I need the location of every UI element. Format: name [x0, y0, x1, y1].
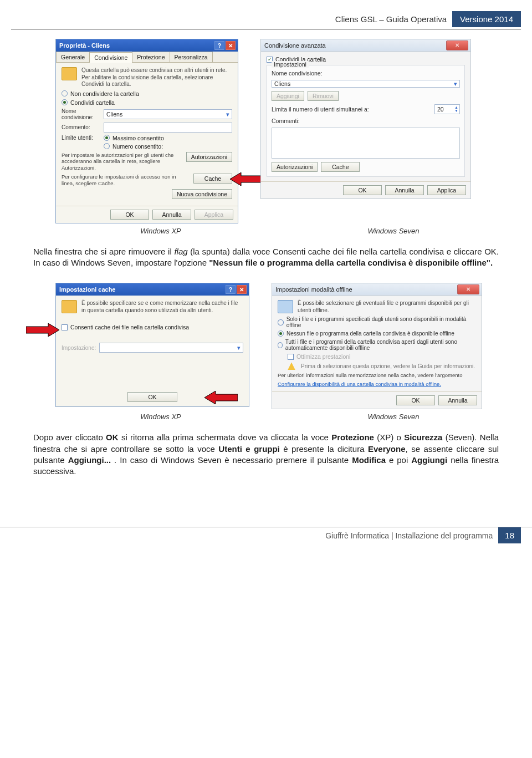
authorizations-button[interactable]: Autorizzazioni — [186, 152, 232, 162]
header-title-left: Cliens GSL – Guida Operativa — [335, 11, 452, 27]
info-icon — [278, 300, 293, 313]
p1-a: Nella finestra che si apre rimuovere il — [33, 247, 174, 256]
warning-icon — [288, 362, 295, 370]
close-button[interactable]: ✕ — [237, 285, 247, 294]
radio-share[interactable]: Condividi cartella — [62, 99, 232, 106]
paragraph-2: Dopo aver cliccato OK si ritorna alla pr… — [0, 432, 532, 477]
share-name-value: Cliens — [106, 111, 122, 118]
svg-marker-1 — [26, 323, 59, 337]
share-name-label: Nome condivisione: — [62, 108, 100, 120]
help-button[interactable]: ? — [214, 41, 224, 50]
tabs: Generale Condivisione Protezione Persona… — [56, 52, 238, 63]
radio-all-auto[interactable]: Tutti i file e i programmi della cartell… — [278, 339, 476, 351]
paragraph-1: Nella finestra che si apre rimuovere il … — [0, 246, 532, 269]
dialog-advanced-sharing-win7: Condivisione avanzata ✕ Condividi la car… — [260, 39, 471, 199]
cache-button[interactable]: Cache — [321, 162, 360, 172]
cancel-button[interactable]: Annulla — [438, 395, 477, 405]
tab-protezione[interactable]: Protezione — [132, 52, 170, 62]
ok-button[interactable]: OK — [127, 392, 177, 402]
hint-text: È possibile selezionare gli eventuali fi… — [298, 300, 476, 314]
close-button[interactable]: ✕ — [457, 284, 479, 294]
red-arrow-icon — [204, 391, 238, 404]
apply-button[interactable]: Applica — [427, 185, 466, 195]
opt1-label: Solo i file e i programmi specificati da… — [287, 316, 476, 328]
warning-text: Prima di selezionare questa opzione, ved… — [301, 363, 475, 369]
perm-note: Per impostare le autorizzazioni per gli … — [62, 152, 182, 172]
figure-row-2: Impostazioni cache ? ✕ È possibile speci… — [0, 283, 532, 409]
ok-button[interactable]: OK — [396, 395, 435, 405]
setting-label: Impostazione: — [62, 345, 96, 351]
help-link[interactable]: Configurare la disponibilità di una cart… — [278, 381, 476, 387]
svg-marker-2 — [204, 391, 238, 404]
radio-max[interactable]: Massimo consentito — [104, 135, 164, 141]
cache-note: Per configurare le impostazioni di acces… — [62, 174, 189, 187]
caption-xp: Windows XP — [55, 227, 266, 235]
titlebar: Proprietà - Cliens ? ✕ — [56, 39, 238, 52]
add-button[interactable]: Aggiungi — [272, 91, 304, 101]
authorizations-button[interactable]: Autorizzazioni — [272, 162, 318, 172]
tab-generale[interactable]: Generale — [56, 52, 90, 62]
group-legend: Impostazioni — [272, 61, 309, 68]
more-info-text: Per ulteriori informazioni sulla memoriz… — [278, 372, 476, 379]
close-button[interactable]: ✕ — [446, 40, 468, 50]
p2-b5: Everyone — [368, 444, 406, 454]
tab-condivisione[interactable]: Condivisione — [89, 52, 132, 63]
p2-b4: Utenti e gruppi — [218, 444, 279, 454]
radio-num-label: Numero consentito: — [112, 143, 163, 150]
spinner-arrows-icon[interactable]: ▲▼ — [454, 106, 458, 113]
comments-label: Commenti: — [272, 118, 460, 124]
dialog-offline-settings-win7: Impostazioni modalità offline ✕ È possib… — [272, 283, 482, 409]
comment-input[interactable] — [104, 123, 232, 133]
window-title: Impostazioni cache — [59, 286, 115, 293]
svg-marker-0 — [230, 172, 263, 186]
comments-textarea[interactable] — [272, 128, 460, 159]
share-name-input[interactable]: Cliens — [272, 80, 460, 88]
p2-b6: Aggiungi... — [68, 455, 111, 465]
apply-button[interactable]: Applica — [195, 210, 233, 220]
folder-icon — [62, 67, 77, 80]
opt2-label: Nessun file o programma della cartella c… — [287, 330, 454, 337]
radio-none-offline[interactable]: Nessun file o programma della cartella c… — [278, 330, 476, 337]
p1-opt: "Nessun file o programma della cartella … — [209, 258, 493, 267]
red-arrow-icon — [230, 172, 263, 186]
radio-share-label: Condividi cartella — [70, 99, 115, 106]
window-title: Condivisione avanzata — [264, 42, 326, 49]
folder-icon — [62, 300, 77, 313]
cache-button[interactable]: Cache — [193, 174, 232, 184]
titlebar: Impostazioni cache ? ✕ — [56, 283, 249, 296]
radio-no-share[interactable]: Non condividere la cartella — [62, 90, 232, 97]
new-share-button[interactable]: Nuova condivisione — [172, 189, 232, 199]
setting-dropdown — [99, 343, 243, 353]
dialog-cache-settings-xp: Impostazioni cache ? ✕ È possibile speci… — [55, 283, 249, 407]
close-button[interactable]: ✕ — [226, 41, 236, 50]
ok-button[interactable]: OK — [110, 210, 149, 220]
dialog-properties-xp: Proprietà - Cliens ? ✕ Generale Condivis… — [55, 39, 238, 223]
radio-specified-only[interactable]: Solo i file e i programmi specificati da… — [278, 316, 476, 328]
ok-button[interactable]: OK — [343, 185, 382, 195]
p2-b8: Aggiungi — [411, 455, 447, 465]
hint-text: È possibile specificare se e come memori… — [81, 300, 243, 314]
share-name-input[interactable]: Cliens — [104, 109, 232, 119]
cancel-button[interactable]: Annulla — [385, 185, 424, 195]
limit-users-spinner[interactable]: 20 ▲▼ — [434, 104, 460, 114]
page-footer: Giuffrè Informatica | Installazione del … — [0, 527, 532, 543]
limit-value: 20 — [437, 106, 444, 113]
p2-b7: Modifica — [352, 455, 386, 465]
p2-b2: Protezione — [331, 433, 374, 442]
radio-max-label: Massimo consentito — [112, 135, 164, 141]
cancel-button[interactable]: Annulla — [152, 210, 191, 220]
limit-label: Limite utenti: — [62, 135, 100, 141]
radio-num[interactable]: Numero consentito: — [104, 143, 164, 150]
tab-personalizza[interactable]: Personalizza — [170, 52, 213, 62]
remove-button[interactable]: Rimuovi — [308, 91, 339, 101]
caption-seven: Windows Seven — [288, 227, 499, 235]
allow-cache-label: Consenti cache dei file nella cartella c… — [70, 324, 189, 330]
opt3-label: Tutti i file e i programmi della cartell… — [285, 339, 476, 351]
help-button[interactable]: ? — [226, 285, 236, 294]
optimize-label: Ottimizza prestazioni — [296, 353, 350, 360]
figure-caption-row-2: Windows XP Windows Seven — [0, 413, 532, 421]
share-name-label: Nome condivisione: — [272, 70, 460, 77]
settings-group: Impostazioni Nome condivisione: Cliens A… — [267, 65, 465, 177]
window-title: Proprietà - Cliens — [59, 42, 110, 49]
allow-cache-checkbox[interactable]: Consenti cache dei file nella cartella c… — [62, 324, 243, 330]
